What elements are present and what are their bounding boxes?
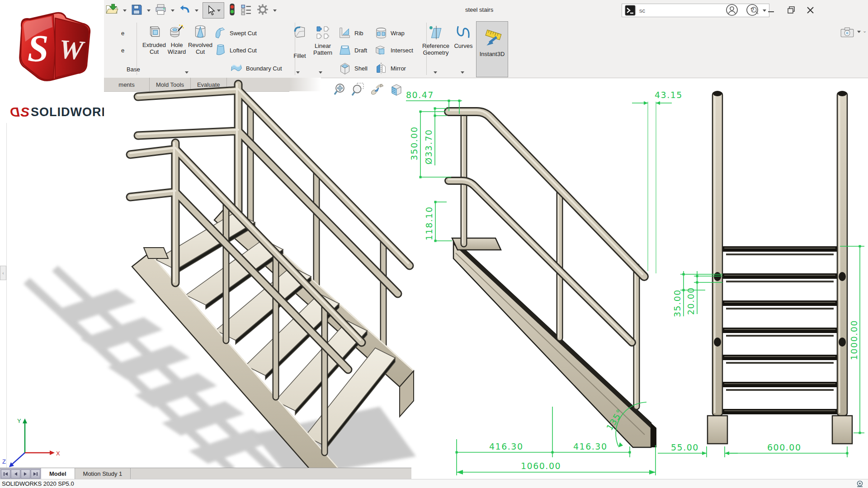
last-tab-button[interactable] [31,469,40,479]
collapsed-panel-tab[interactable]: ‹ [0,266,6,280]
section-view-button[interactable] [389,82,404,99]
command-terminal-icon [625,5,636,16]
title-bar: steel stairs sc ? [0,0,868,20]
dim-43-15[interactable]: 43.15 [632,90,683,273]
logo-wordmark: D S SOLIDWORKS [10,104,104,119]
account-button[interactable] [726,4,738,18]
open-button[interactable] [105,4,119,17]
dim-1060-00[interactable]: 1060.00 [457,445,656,475]
svg-text:600.00: 600.00 [767,442,801,452]
logo-letter-s: S [28,28,49,70]
svg-text:55.00: 55.00 [671,442,699,452]
hole-wizard-button[interactable]: Hole Wizard [164,23,189,55]
document-title: steel stairs [465,6,493,13]
shell-button[interactable]: Shell [338,61,368,75]
options-dropdown-caret[interactable] [273,9,277,12]
select-tool-button[interactable] [203,2,224,19]
curves-flyout-caret[interactable] [461,71,464,74]
options-gear-button[interactable] [256,3,269,18]
front-base-right[interactable] [832,416,852,444]
graphics-viewport[interactable]: 80.47 350.00 Ø33.70 118.10 [0,77,868,479]
curves-button[interactable]: Curves [453,24,474,49]
front-treads[interactable] [722,246,837,414]
select-dropdown-caret[interactable] [217,9,221,12]
dim-dia-33-70[interactable]: Ø33.70 [424,108,447,166]
save-dropdown-caret[interactable] [147,9,151,12]
undo-dropdown-caret[interactable] [195,9,198,12]
extruded-cut-button[interactable]: Extruded Cut [141,23,167,55]
zoom-area-button[interactable] [351,82,365,99]
svg-text:?: ? [750,6,754,14]
intersect-button[interactable]: Intersect [374,43,413,57]
ribbon-collapse-chevron[interactable]: ⌄ [863,28,867,34]
reference-geometry-flyout-caret[interactable] [434,71,437,74]
fillet-flyout-caret[interactable] [296,71,300,74]
intersect-icon [374,43,388,57]
front-view-drawing[interactable]: 35.00 20.00 1000.00 55.00 600.00 [658,91,864,457]
model-tab[interactable]: Model [41,468,75,479]
lofted-cut-button[interactable]: Lofted Cut [213,43,257,57]
instant3d-icon [482,28,503,49]
orientation-triad: Y X Z [2,418,60,467]
screenshot-camera-button[interactable] [840,26,854,40]
save-button[interactable] [131,4,143,18]
wrap-button[interactable]: Wrap [374,26,405,40]
dim-118-10[interactable]: 118.10 [424,201,452,242]
next-tab-button[interactable] [21,469,30,479]
dim-600-00[interactable]: 600.00 [725,442,849,457]
curves-icon [455,24,472,41]
restore-button[interactable] [785,4,797,16]
undo-button[interactable] [179,4,191,18]
fillet-button[interactable]: Fillet [288,24,312,59]
reference-geometry-button[interactable]: Reference Geometry [420,24,452,56]
camera-dropdown-caret[interactable] [857,31,861,33]
traffic-light-icon[interactable] [228,3,236,19]
print-button[interactable] [155,4,167,18]
close-button[interactable] [804,4,816,16]
reference-geometry-icon [428,24,443,41]
side-rails[interactable] [448,110,644,343]
zoom-fit-button[interactable] [333,82,346,99]
quick-access-toolbar [105,2,277,19]
x-axis-label: X [56,450,60,457]
tab-nav-buttons [0,468,41,479]
boundary-cut-button[interactable]: Boundary Cut [230,61,282,75]
x-axis-arrow [50,450,55,455]
motion-study-tab[interactable]: Motion Study 1 [75,468,131,479]
print-dropdown-caret[interactable] [171,9,175,12]
dim-416-30-right[interactable]: 416.30 [552,441,631,457]
linear-pattern-button[interactable]: Linear Pattern [310,24,335,56]
swept-cut-button[interactable]: Swept Cut [213,26,257,40]
instant3d-button[interactable]: Instant3D [476,21,508,77]
revolved-cut-button[interactable]: Revolved Cut [187,23,213,55]
first-tab-button[interactable] [1,469,10,479]
mirror-button[interactable]: Mirror [374,61,406,75]
stairs-3d-model[interactable] [24,84,416,479]
design-tree-button[interactable] [240,4,252,18]
draft-button[interactable]: Draft [338,43,367,57]
minimize-button[interactable] [765,4,778,16]
status-web-icon[interactable] [856,480,864,488]
svg-text:416.30: 416.30 [489,441,523,451]
front-base-left[interactable] [708,416,727,444]
revolved-cut-icon [193,23,208,40]
help-button[interactable]: ? [746,4,759,19]
brand-name: SOLIDWORKS [31,105,104,119]
y-axis-arrow [23,418,27,423]
hole-wizard-icon [169,23,184,40]
base-flyout-caret[interactable] [185,71,189,74]
prev-tab-button[interactable] [11,469,20,479]
ribbon-partial-label: Base [127,66,140,73]
previous-view-button[interactable] [370,82,384,99]
side-view-drawing[interactable]: 80.47 350.00 Ø33.70 118.10 [406,90,683,475]
open-dropdown-caret[interactable] [123,9,127,12]
linear-pattern-flyout-caret[interactable] [319,71,322,74]
command-manager-ribbon: e e Base Extruded Cut Hole Wizard Revolv… [0,20,868,78]
rib-button[interactable]: Rib [338,26,363,40]
draft-icon [338,43,352,57]
linear-pattern-icon [315,24,330,41]
svg-text:118.10: 118.10 [424,206,434,240]
dim-55-00[interactable]: 55.00 [658,442,738,457]
panel-edge-line [6,78,7,468]
shell-icon [338,61,352,75]
